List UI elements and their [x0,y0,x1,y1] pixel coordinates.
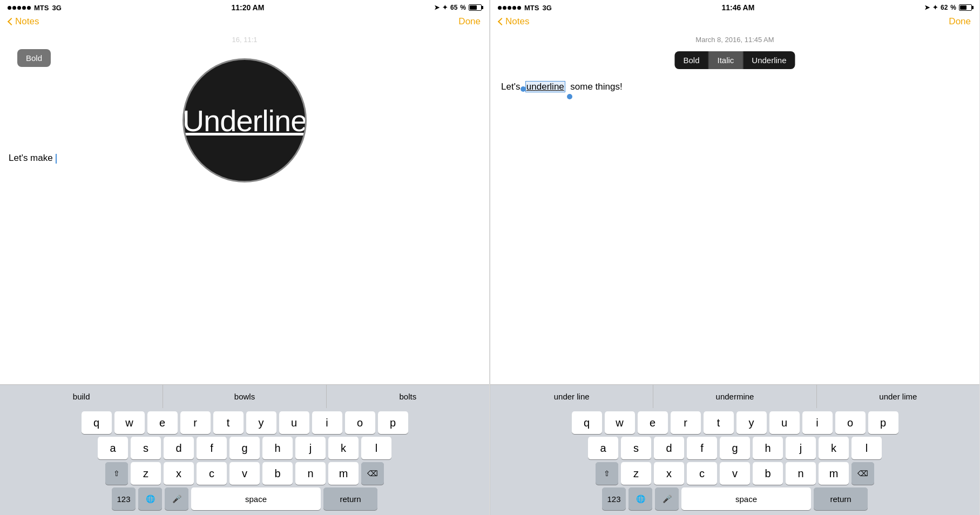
key-l[interactable]: l [361,437,391,459]
left-note-date: 16, 11:1 [9,36,481,44]
r-key-y[interactable]: y [736,411,767,434]
bold-button[interactable]: Bold [17,49,51,67]
r-key-g[interactable]: g [720,437,750,459]
key-u[interactable]: u [279,411,309,434]
r-key-q[interactable]: q [572,411,602,434]
r-key-n[interactable]: n [786,462,816,485]
backspace-key[interactable]: ⌫ [361,462,384,485]
right-back-button[interactable]: Notes [499,16,529,27]
r-key-v[interactable]: v [720,462,750,485]
key-m[interactable]: m [328,462,359,485]
key-o[interactable]: o [345,411,375,434]
signal-dot-2 [12,6,16,10]
key-g[interactable]: g [229,437,260,459]
r-mic-key[interactable]: 🎤 [655,487,679,510]
signal-dot-4 [22,6,26,10]
right-bold-button[interactable]: Bold [674,51,708,69]
key-n[interactable]: n [295,462,326,485]
right-underline-button[interactable]: Underline [743,51,795,69]
key-b[interactable]: b [262,462,293,485]
globe-key[interactable]: 🌐 [138,487,162,510]
note-text-before: Let's make [9,153,55,163]
signal-dot-1 [8,6,11,10]
r-signal-dot-4 [512,6,516,10]
right-autocomplete-2[interactable]: under lime [817,385,979,408]
space-key[interactable]: space [191,487,321,510]
r-shift-key[interactable]: ⇧ [596,462,618,485]
autocomplete-build[interactable]: build [0,385,163,408]
key-c[interactable]: c [197,462,227,485]
r-key-h[interactable]: h [753,437,783,459]
key-y[interactable]: y [246,411,276,434]
right-autocomplete-1[interactable]: undermine [653,385,816,408]
r-key-e[interactable]: e [638,411,668,434]
key-k[interactable]: k [328,437,359,459]
key-a[interactable]: a [98,437,128,459]
cursor-handle [56,154,57,164]
right-key-row-3: ⇧ z x c v b n m ⌫ [492,462,978,485]
key-w[interactable]: w [114,411,145,434]
r-key-i[interactable]: i [802,411,833,434]
key-t[interactable]: t [213,411,244,434]
r-key-r[interactable]: r [671,411,701,434]
key-p[interactable]: p [378,411,408,434]
return-key[interactable]: return [323,487,377,510]
left-back-button[interactable]: Notes [9,16,39,27]
right-autocomplete-0[interactable]: under line [490,385,653,408]
right-back-label: Notes [505,16,529,27]
right-carrier-label: MTS [524,4,539,12]
key-j[interactable]: j [295,437,326,459]
r-num-key[interactable]: 123 [602,487,626,510]
left-done-button[interactable]: Done [458,16,481,27]
r-globe-key[interactable]: 🌐 [628,487,652,510]
left-key-row-4: 123 🌐 🎤 space return [2,487,488,510]
mic-key[interactable]: 🎤 [165,487,188,510]
r-return-key[interactable]: return [814,487,868,510]
right-nav-bar: Notes Done [490,14,979,31]
key-q[interactable]: q [82,411,112,434]
key-r[interactable]: r [180,411,211,434]
num-key[interactable]: 123 [112,487,136,510]
r-space-key[interactable]: space [681,487,811,510]
r-key-u[interactable]: u [769,411,800,434]
key-e[interactable]: e [147,411,178,434]
r-key-z[interactable]: z [621,462,651,485]
status-right: ➤ ✦ 65% [434,4,482,11]
note-text-after: some things! [570,82,622,92]
r-key-o[interactable]: o [835,411,866,434]
r-key-p[interactable]: p [868,411,898,434]
r-key-k[interactable]: k [819,437,849,459]
shift-key[interactable]: ⇧ [105,462,128,485]
left-status-left: MTS 3G [8,4,62,12]
key-v[interactable]: v [229,462,260,485]
r-key-w[interactable]: w [605,411,635,434]
right-note-text[interactable]: Let's underline some things! [499,80,971,93]
right-battery-icon [959,4,972,11]
right-status-bar: MTS 3G 11:46 AM ➤ ✦ 62% [490,0,979,14]
right-note-date: March 8, 2016, 11:45 AM [499,36,971,44]
key-z[interactable]: z [131,462,161,485]
key-x[interactable]: x [164,462,194,485]
right-done-button[interactable]: Done [949,16,971,27]
key-i[interactable]: i [312,411,342,434]
autocomplete-bolts[interactable]: bolts [327,385,489,408]
r-key-c[interactable]: c [687,462,717,485]
r-key-t[interactable]: t [704,411,734,434]
r-key-f[interactable]: f [687,437,717,459]
r-key-a[interactable]: a [588,437,618,459]
r-backspace-key[interactable]: ⌫ [851,462,874,485]
key-h[interactable]: h [262,437,293,459]
key-d[interactable]: d [164,437,194,459]
r-key-j[interactable]: j [786,437,816,459]
r-key-d[interactable]: d [654,437,684,459]
autocomplete-bowls[interactable]: bowls [163,385,326,408]
r-key-l[interactable]: l [851,437,882,459]
right-italic-button[interactable]: Italic [708,51,743,69]
r-key-x[interactable]: x [654,462,684,485]
r-key-m[interactable]: m [819,462,849,485]
key-s[interactable]: s [131,437,161,459]
r-key-b[interactable]: b [753,462,783,485]
r-key-s[interactable]: s [621,437,651,459]
right-network-label: 3G [542,4,551,12]
key-f[interactable]: f [197,437,227,459]
